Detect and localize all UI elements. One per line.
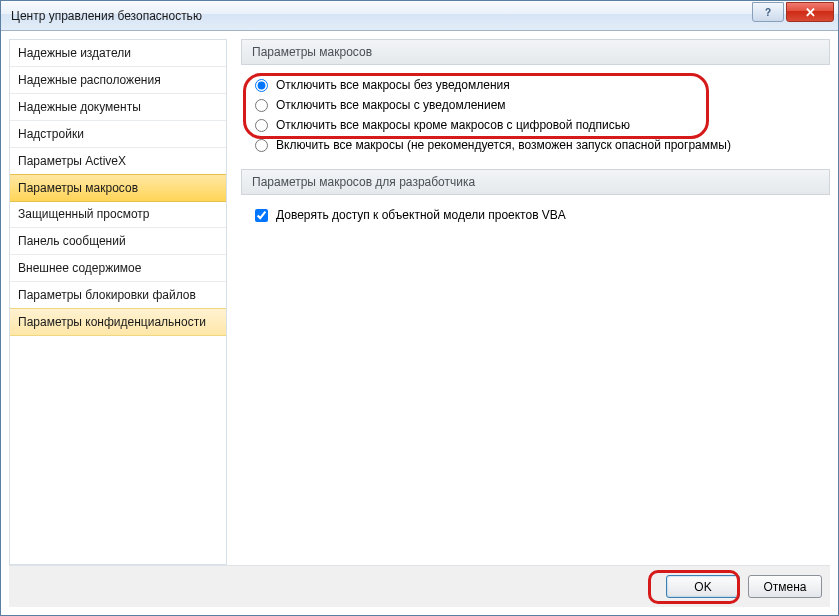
radio-input-4[interactable] xyxy=(255,139,268,152)
window-title: Центр управления безопасностью xyxy=(11,9,202,23)
sidebar-item-activex[interactable]: Параметры ActiveX xyxy=(10,148,226,175)
radio-disable-except-signed[interactable]: Отключить все макросы кроме макросов с ц… xyxy=(255,115,830,135)
radio-input-1[interactable] xyxy=(255,79,268,92)
radio-disable-no-notify[interactable]: Отключить все макросы без уведомления xyxy=(255,75,830,95)
sidebar-item-protected-view[interactable]: Защищенный просмотр xyxy=(10,201,226,228)
titlebar-buttons: ? ✕ xyxy=(752,1,838,23)
check-trust-vba[interactable]: Доверять доступ к объектной модели проек… xyxy=(255,205,830,225)
radio-enable-all[interactable]: Включить все макросы (не рекомендуется, … xyxy=(255,135,830,155)
trust-center-window: Центр управления безопасностью ? ✕ Надеж… xyxy=(0,0,839,616)
sidebar-item-trusted-publishers[interactable]: Надежные издатели xyxy=(10,40,226,67)
checkbox-trust-vba-label: Доверять доступ к объектной модели проек… xyxy=(276,208,566,222)
macro-options-block: Отключить все макросы без уведомления От… xyxy=(241,75,830,169)
sidebar-item-privacy[interactable]: Параметры конфиденциальности xyxy=(9,308,227,336)
close-icon: ✕ xyxy=(805,5,816,20)
sidebar-item-trusted-documents[interactable]: Надежные документы xyxy=(10,94,226,121)
radio-label-2: Отключить все макросы с уведомлением xyxy=(276,98,506,112)
radio-label-4: Включить все макросы (не рекомендуется, … xyxy=(276,138,731,152)
developer-options-block: Доверять доступ к объектной модели проек… xyxy=(241,205,830,239)
content-row: Надежные издатели Надежные расположения … xyxy=(9,39,830,565)
sidebar-item-file-block[interactable]: Параметры блокировки файлов xyxy=(10,282,226,309)
close-button[interactable]: ✕ xyxy=(786,2,834,22)
radio-disable-with-notify[interactable]: Отключить все макросы с уведомлением xyxy=(255,95,830,115)
radio-label-3: Отключить все макросы кроме макросов с ц… xyxy=(276,118,630,132)
section-developer-header: Параметры макросов для разработчика xyxy=(241,169,830,195)
sidebar-item-addins[interactable]: Надстройки xyxy=(10,121,226,148)
help-button[interactable]: ? xyxy=(752,2,784,22)
ok-button[interactable]: OK xyxy=(666,575,740,598)
sidebar-item-message-bar[interactable]: Панель сообщений xyxy=(10,228,226,255)
cancel-button[interactable]: Отмена xyxy=(748,575,822,598)
button-bar: OK Отмена xyxy=(9,565,830,607)
checkbox-trust-vba[interactable] xyxy=(255,209,268,222)
radio-label-1: Отключить все макросы без уведомления xyxy=(276,78,510,92)
sidebar-item-trusted-locations[interactable]: Надежные расположения xyxy=(10,67,226,94)
radio-input-2[interactable] xyxy=(255,99,268,112)
sidebar-item-external-content[interactable]: Внешнее содержимое xyxy=(10,255,226,282)
sidebar-item-macro-settings[interactable]: Параметры макросов xyxy=(9,174,227,202)
radio-input-3[interactable] xyxy=(255,119,268,132)
sidebar: Надежные издатели Надежные расположения … xyxy=(9,39,227,565)
section-macro-settings-header: Параметры макросов xyxy=(241,39,830,65)
main-panel: Параметры макросов Отключить все макросы… xyxy=(227,39,830,565)
titlebar: Центр управления безопасностью ? ✕ xyxy=(1,1,838,31)
body-area: Надежные издатели Надежные расположения … xyxy=(1,31,838,615)
